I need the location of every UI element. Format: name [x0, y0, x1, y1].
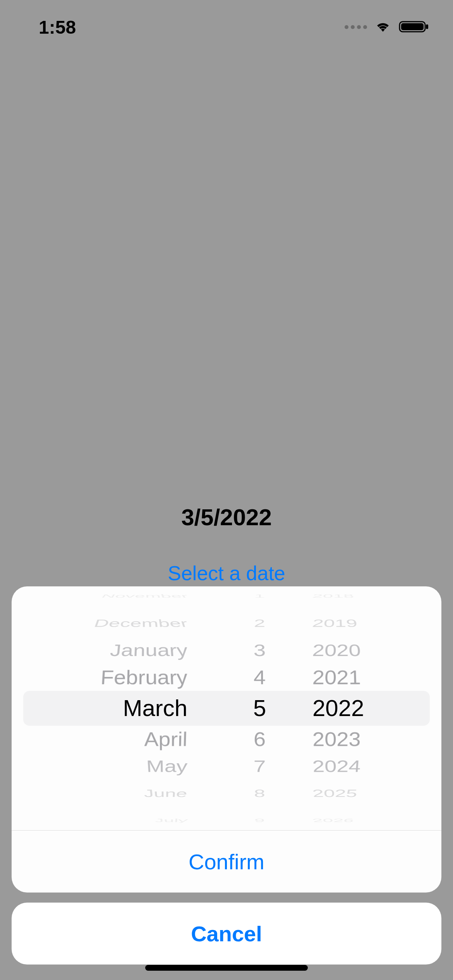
cancel-button[interactable]: Cancel	[12, 903, 441, 965]
selected-date-display: 3/5/2022	[181, 504, 272, 531]
picker-item-selected[interactable]: March	[123, 691, 187, 726]
picker-item[interactable]: June	[142, 786, 189, 800]
confirm-button[interactable]: Confirm	[12, 831, 441, 893]
picker-item[interactable]: 2021	[312, 665, 361, 690]
picker-item[interactable]: 8	[254, 786, 266, 800]
picker-item-selected[interactable]: 2022	[312, 691, 364, 726]
select-date-button[interactable]: Select a date	[168, 562, 285, 585]
picker-item[interactable]: February	[100, 665, 188, 690]
month-picker-column[interactable]: November December January February March…	[23, 586, 222, 830]
picker-item[interactable]: November	[98, 593, 191, 600]
picker-item[interactable]: 2019	[311, 617, 359, 631]
picker-item[interactable]: 2018	[311, 593, 355, 600]
picker-item[interactable]: 2026	[311, 817, 355, 824]
picker-item[interactable]: 9	[254, 817, 265, 824]
picker-item[interactable]: January	[109, 640, 189, 661]
picker-item[interactable]: 1	[254, 593, 265, 600]
picker-item[interactable]: 7	[253, 756, 266, 776]
picker-item[interactable]: 2	[254, 617, 266, 631]
picker-item[interactable]: 2023	[312, 726, 361, 752]
picker-item[interactable]: 2024	[312, 756, 362, 776]
picker-item[interactable]: 3	[253, 640, 266, 661]
picker-item[interactable]: 2020	[312, 640, 362, 661]
picker-item[interactable]: 4	[254, 665, 266, 690]
picker-item[interactable]: April	[144, 726, 188, 752]
picker-item[interactable]: 2025	[311, 786, 359, 800]
home-indicator[interactable]	[145, 965, 308, 971]
picker-item[interactable]: December	[92, 617, 190, 631]
picker-item[interactable]: May	[146, 756, 188, 776]
year-picker-column[interactable]: 2018 2019 2020 2021 2022 2023 2024 2025 …	[297, 586, 430, 830]
picker-item[interactable]: 6	[254, 726, 266, 752]
action-sheet-container: November December January February March…	[12, 586, 441, 965]
day-picker-column[interactable]: 1 2 3 4 5 6 7 8 9	[222, 586, 297, 830]
date-picker[interactable]: November December January February March…	[12, 586, 441, 830]
picker-item[interactable]: July	[153, 817, 189, 824]
date-picker-sheet: November December January February March…	[12, 586, 441, 893]
picker-item-selected[interactable]: 5	[253, 691, 266, 726]
